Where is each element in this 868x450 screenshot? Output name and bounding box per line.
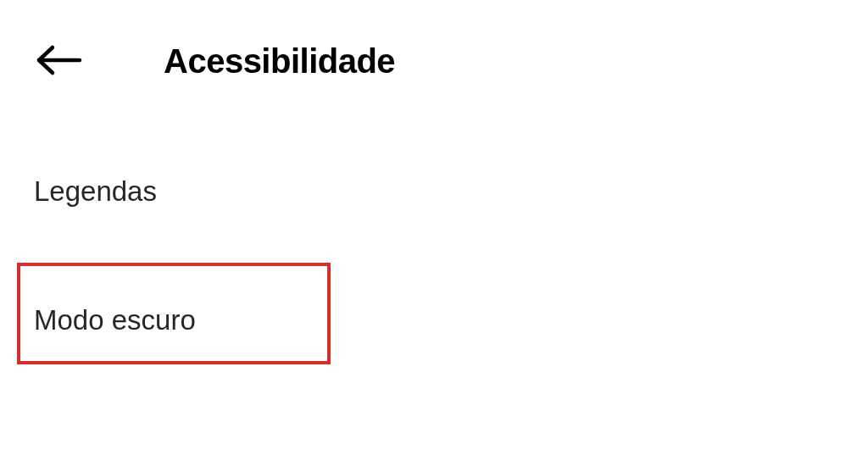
list-item-dark-mode[interactable]: Modo escuro [34,294,834,347]
page-title: Acessibilidade [164,42,395,81]
arrow-left-icon [34,44,83,80]
back-button[interactable] [34,44,83,80]
content: Legendas Modo escuro [0,97,868,347]
header: Acessibilidade [0,0,868,97]
list-item-captions[interactable]: Legendas [34,165,834,218]
